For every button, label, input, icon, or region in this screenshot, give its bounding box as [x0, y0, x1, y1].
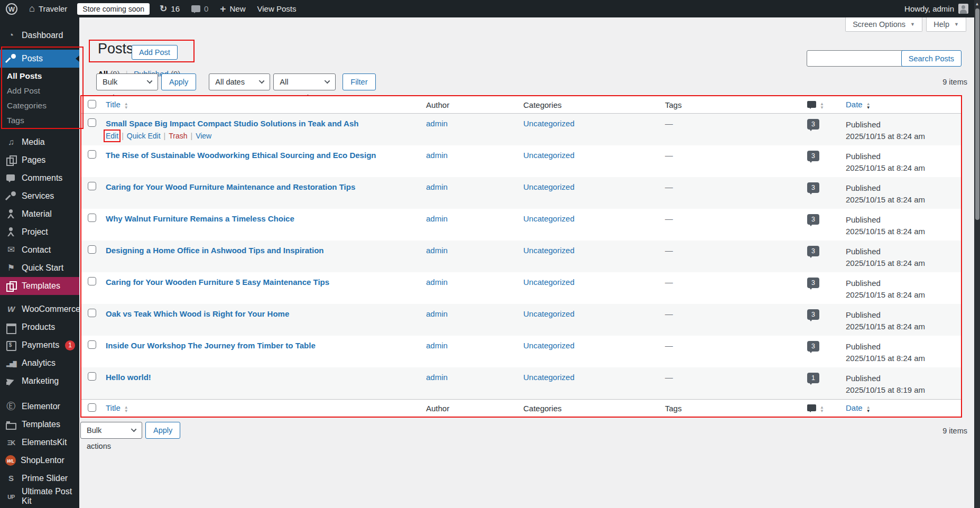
submenu-item-categories[interactable]: Categories: [0, 98, 79, 113]
comment-count-badge[interactable]: 1: [807, 373, 819, 383]
author-link[interactable]: admin: [426, 151, 448, 160]
filter-button[interactable]: Filter: [343, 73, 375, 90]
page-scrollbar[interactable]: ▲: [974, 0, 980, 508]
row-checkbox[interactable]: [88, 372, 96, 381]
wordpress-menu[interactable]: [0, 0, 23, 17]
author-link[interactable]: admin: [426, 278, 448, 287]
comment-count-badge[interactable]: 3: [807, 182, 819, 193]
updates-link[interactable]: 16: [154, 0, 186, 17]
view-link[interactable]: View: [196, 132, 211, 140]
sidebar-item-payments[interactable]: Payments1: [0, 336, 79, 354]
author-link[interactable]: admin: [426, 309, 448, 318]
author-link[interactable]: admin: [426, 214, 448, 223]
comment-count-badge[interactable]: 3: [807, 119, 819, 130]
sidebar-item-posts[interactable]: Posts: [0, 50, 79, 68]
sidebar-item-templates[interactable]: Templates: [0, 277, 79, 295]
quick-edit-link[interactable]: Quick Edit: [127, 132, 161, 140]
row-checkbox[interactable]: [88, 309, 96, 317]
category-link[interactable]: Uncategorized: [523, 214, 575, 223]
row-checkbox[interactable]: [88, 340, 96, 349]
apply-button[interactable]: Apply: [161, 73, 196, 90]
bulk-actions-select[interactable]: Bulk actions: [96, 73, 158, 90]
sidebar-item-comments[interactable]: Comments: [0, 169, 79, 187]
sidebar-item-templates[interactable]: Templates: [0, 415, 79, 433]
sidebar-item-dashboard[interactable]: Dashboard: [0, 26, 79, 44]
category-link[interactable]: Uncategorized: [523, 182, 575, 191]
comment-count-badge[interactable]: 3: [807, 214, 819, 225]
post-title-link[interactable]: Oak vs Teak Which Wood is Right for Your…: [106, 309, 289, 318]
select-all-checkbox-bottom[interactable]: [88, 403, 96, 412]
category-link[interactable]: Uncategorized: [523, 278, 575, 287]
author-link[interactable]: admin: [426, 373, 448, 382]
sidebar-item-project[interactable]: Project: [0, 223, 79, 241]
sidebar-item-woocommerce[interactable]: WooCommerce: [0, 300, 79, 318]
column-date-sort-bottom[interactable]: Date: [846, 403, 863, 412]
trash-link[interactable]: Trash: [169, 132, 187, 140]
post-title-link[interactable]: Hello world!: [106, 373, 151, 382]
post-title-link[interactable]: Caring for Your Wood Furniture Maintenan…: [106, 182, 355, 191]
sidebar-item-marketing[interactable]: Marketing: [0, 372, 79, 390]
post-title-link[interactable]: Small Space Big Impact Compact Studio So…: [106, 119, 358, 128]
screen-options-button[interactable]: Screen Options▼: [845, 17, 922, 32]
author-link[interactable]: admin: [426, 182, 448, 191]
post-title-link[interactable]: Caring for Your Wooden Furniture 5 Easy …: [106, 278, 329, 287]
category-link[interactable]: Uncategorized: [523, 151, 575, 160]
category-link[interactable]: Uncategorized: [523, 341, 575, 350]
sidebar-item-material[interactable]: Material: [0, 205, 79, 223]
comment-count-badge[interactable]: 3: [807, 151, 819, 161]
column-title-sort-bottom[interactable]: Title: [106, 403, 121, 412]
category-link[interactable]: Uncategorized: [523, 119, 575, 128]
column-title-sort[interactable]: Title: [106, 100, 121, 109]
post-title-link[interactable]: Inside Our Workshop The Journey from Tim…: [106, 341, 316, 350]
comment-count-badge[interactable]: 3: [807, 309, 819, 320]
scrollbar-up-arrow[interactable]: ▲: [975, 2, 979, 6]
search-input[interactable]: [807, 50, 907, 67]
store-coming-soon-badge[interactable]: Store coming soon: [77, 3, 150, 15]
sidebar-item-contact[interactable]: Contact: [0, 241, 79, 259]
author-link[interactable]: admin: [426, 119, 448, 128]
column-date-sort[interactable]: Date: [846, 100, 863, 109]
comment-count-badge[interactable]: 3: [807, 278, 819, 288]
scrollbar-thumb[interactable]: [975, 8, 979, 220]
sidebar-item-shoplentor[interactable]: ShopLentor: [0, 451, 79, 469]
row-checkbox[interactable]: [88, 182, 96, 190]
sidebar-item-media[interactable]: Media: [0, 133, 79, 151]
bulk-actions-select-bottom[interactable]: Bulk actions: [80, 422, 142, 439]
site-name-link[interactable]: Traveler: [23, 0, 73, 17]
submenu-item-add-post[interactable]: Add Post: [0, 84, 79, 98]
all-categories-select[interactable]: All Categories: [273, 73, 336, 90]
row-checkbox[interactable]: [88, 245, 96, 254]
sidebar-item-analytics[interactable]: Analytics: [0, 354, 79, 372]
all-dates-select[interactable]: All dates: [209, 73, 270, 90]
search-posts-button[interactable]: Search Posts: [901, 50, 961, 67]
submenu-item-all-posts[interactable]: All Posts: [0, 69, 79, 84]
sidebar-item-elementskit[interactable]: ElementsKit: [0, 433, 79, 451]
comments-column-icon[interactable]: [807, 101, 816, 108]
comment-count-badge[interactable]: 3: [807, 341, 819, 352]
row-checkbox[interactable]: [88, 150, 96, 159]
edit-link[interactable]: Edit: [106, 132, 118, 140]
row-checkbox[interactable]: [88, 214, 96, 222]
category-link[interactable]: Uncategorized: [523, 246, 575, 255]
category-link[interactable]: Uncategorized: [523, 309, 575, 318]
sidebar-item-services[interactable]: Services: [0, 187, 79, 205]
add-post-button[interactable]: Add Post: [132, 45, 178, 60]
post-title-link[interactable]: Why Walnut Furniture Remains a Timeless …: [106, 214, 294, 223]
sidebar-item-prime-slider[interactable]: Prime Slider: [0, 469, 79, 487]
category-link[interactable]: Uncategorized: [523, 373, 575, 382]
sidebar-item-ultimate-post-kit[interactable]: Ultimate Post Kit: [0, 487, 79, 505]
row-checkbox[interactable]: [88, 118, 96, 127]
sidebar-item-elementor[interactable]: Elementor: [0, 398, 79, 415]
apply-button-bottom[interactable]: Apply: [145, 422, 180, 439]
sidebar-item-pages[interactable]: Pages: [0, 151, 79, 169]
author-link[interactable]: admin: [426, 246, 448, 255]
view-posts-link[interactable]: View Posts: [251, 0, 302, 17]
post-title-link[interactable]: The Rise of Sustainable Woodworking Ethi…: [106, 151, 376, 160]
select-all-checkbox[interactable]: [88, 100, 96, 108]
post-title-link[interactable]: Designing a Home Office in Ashwood Tips …: [106, 246, 324, 255]
comment-count-badge[interactable]: 3: [807, 246, 819, 256]
author-link[interactable]: admin: [426, 341, 448, 350]
help-button[interactable]: Help▼: [926, 17, 966, 32]
comments-column-icon[interactable]: [807, 404, 816, 411]
account-menu[interactable]: Howdy, admin: [904, 4, 980, 14]
